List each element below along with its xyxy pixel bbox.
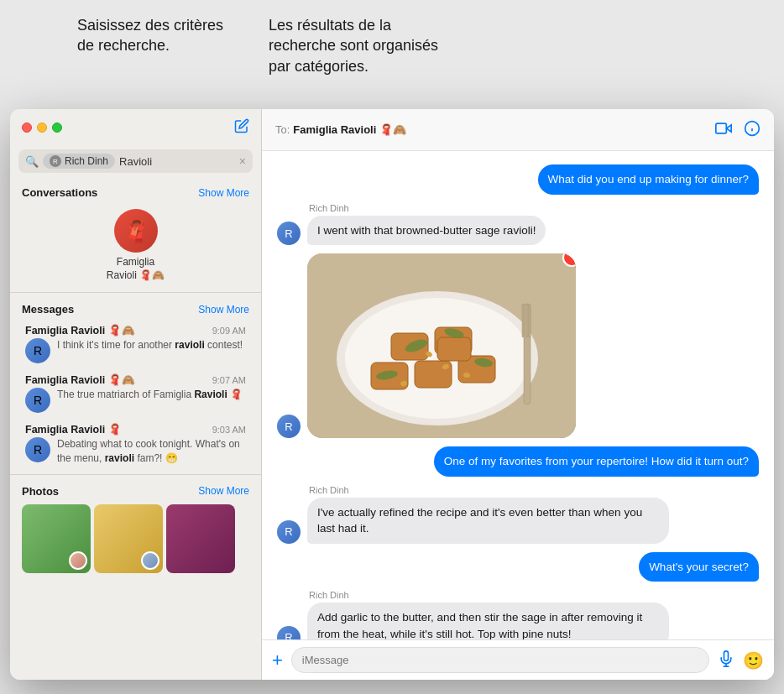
chat-recipient: Famiglia Ravioli 🧣🙈 [293, 123, 715, 136]
traffic-lights [22, 123, 62, 133]
bubble-content-5: What's your secret? [639, 552, 759, 582]
titlebar [10, 109, 261, 146]
chat-header-icons [715, 120, 760, 140]
message-item-1[interactable]: Famiglia Ravioli 🧣🙈 9:09 AM R I think it… [13, 319, 258, 368]
conversations-show-more[interactable]: Show More [198, 187, 249, 199]
ravioli-image [307, 253, 576, 438]
svg-rect-1 [716, 123, 727, 133]
incoming-bubble-2: R Rich Dinh I've actually refined the re… [277, 485, 759, 544]
message-avatar-3: R [25, 437, 50, 462]
message-item-1-header: Famiglia Ravioli 🧣🙈 9:09 AM [25, 324, 246, 337]
svg-rect-24 [526, 304, 528, 337]
annotation-left: Saisissez des critères de recherche. [77, 15, 233, 56]
bubble-content-4: Rich Dinh I've actually refined the reci… [307, 485, 669, 544]
outgoing-bubble-3: What's your secret? [277, 552, 759, 582]
section-divider-1 [10, 292, 261, 293]
messages-title: Messages [22, 303, 74, 316]
incoming-avatar-1: R [277, 222, 301, 245]
svg-rect-23 [522, 304, 524, 337]
messages-show-more[interactable]: Show More [198, 304, 249, 316]
audio-input-icon[interactable] [718, 650, 734, 671]
photo-face-badge-1 [69, 551, 87, 570]
app-window: 🔍 R Rich Dinh Ravioli × Conversations Sh… [10, 109, 774, 680]
outgoing-bubble-text-3: What's your secret? [639, 552, 759, 582]
message-preview-3: Debating what to cook tonight. What's on… [57, 437, 246, 466]
section-divider-2 [10, 474, 261, 475]
message-group-name-3: Famiglia Ravioli 🧣 [25, 423, 122, 436]
input-plus-button[interactable]: + [272, 651, 283, 670]
message-group-name-2: Famiglia Ravioli 🧣🙈 [25, 373, 135, 386]
svg-point-7 [345, 298, 530, 419]
conversations-title: Conversations [22, 186, 97, 199]
message-input[interactable] [291, 647, 709, 673]
outgoing-bubble-text-1: What did you end up making for dinner? [538, 164, 759, 195]
bubble-content-3: One of my favorites from your repertoire… [434, 446, 759, 477]
info-icon[interactable] [744, 120, 760, 140]
incoming-bubble-3: R Rich Dinh Add garlic to the butter, an… [277, 590, 759, 639]
photos-section-header: Photos Show More [10, 478, 261, 501]
sender-name-1: Rich Dinh [307, 203, 546, 213]
chat-input-bar: + 🙂 [262, 639, 774, 680]
message-avatar-1: R [25, 338, 50, 363]
contact-avatar: R [50, 155, 61, 167]
photos-show-more[interactable]: Show More [198, 485, 249, 497]
bubble-content-1: What did you end up making for dinner? [538, 164, 759, 195]
message-row-1: R I think it's time for another ravioli … [25, 338, 246, 363]
sender-name-2: Rich Dinh [307, 485, 669, 495]
incoming-bubble-text-3: Add garlic to the butter, and then stir … [307, 603, 669, 639]
message-item-3-header: Famiglia Ravioli 🧣 9:03 AM [25, 423, 246, 436]
message-item-3[interactable]: Famiglia Ravioli 🧣 9:03 AM R Debating wh… [13, 418, 258, 471]
outgoing-bubble-text-2: One of my favorites from your repertoire… [434, 446, 759, 477]
photo-thumb-3[interactable] [166, 504, 235, 573]
chat-panel: To: Famiglia Ravioli 🧣🙈 [262, 109, 774, 680]
conversation-item-famiglia[interactable]: 🧣 FamigliaRavioli 🧣🙈 [10, 202, 261, 289]
conversation-name: FamigliaRavioli 🧣🙈 [107, 256, 165, 282]
search-bar[interactable]: 🔍 R Rich Dinh Ravioli × [18, 149, 253, 173]
message-item-2[interactable]: Famiglia Ravioli 🧣🙈 9:07 AM R The true m… [13, 368, 258, 418]
photos-grid [10, 501, 261, 580]
photos-title: Photos [22, 485, 59, 498]
video-call-icon[interactable] [715, 120, 732, 140]
svg-rect-13 [437, 337, 471, 361]
message-time-3: 9:03 AM [212, 425, 246, 435]
incoming-bubble-text-2: I've actually refined the recipe and it'… [307, 498, 669, 544]
incoming-bubble-1: R Rich Dinh I went with that browned-but… [277, 203, 759, 246]
incoming-avatar-image: R [277, 415, 301, 438]
chat-header: To: Famiglia Ravioli 🧣🙈 [262, 109, 774, 151]
message-item-2-header: Famiglia Ravioli 🧣🙈 9:07 AM [25, 373, 246, 386]
message-group-name-1: Famiglia Ravioli 🧣🙈 [25, 324, 135, 337]
incoming-avatar-2: R [277, 520, 301, 544]
maximize-button[interactable] [52, 123, 62, 133]
outgoing-bubble-1: What did you end up making for dinner? [277, 164, 759, 195]
minimize-button[interactable] [37, 123, 47, 133]
image-bubble-content: ❤️ [307, 253, 576, 438]
photo-thumb-1[interactable] [22, 504, 91, 573]
sender-name-3: Rich Dinh [307, 590, 669, 600]
message-avatar-2: R [25, 388, 50, 413]
contact-name: Rich Dinh [65, 155, 108, 167]
sidebar-content: Conversations Show More 🧣 FamigliaRaviol… [10, 180, 261, 680]
message-preview-2: The true matriarch of Famiglia Ravioli 🧣 [57, 388, 243, 402]
photo-thumb-2[interactable] [94, 504, 163, 573]
photo-face-badge-2 [141, 551, 159, 570]
chat-messages: What did you end up making for dinner? R… [262, 151, 774, 639]
conversations-section-header: Conversations Show More [10, 180, 261, 202]
bubble-content-2: Rich Dinh I went with that browned-butte… [307, 203, 546, 246]
sidebar: 🔍 R Rich Dinh Ravioli × Conversations Sh… [10, 109, 262, 680]
outgoing-bubble-2: One of my favorites from your repertoire… [277, 446, 759, 477]
compose-button[interactable] [234, 118, 249, 137]
message-preview-1: I think it's time for another ravioli co… [57, 338, 243, 352]
messages-section-header: Messages Show More [10, 296, 261, 319]
search-clear-button[interactable]: × [239, 154, 246, 168]
chat-to-label: To: [275, 123, 290, 136]
incoming-avatar-3: R [277, 626, 301, 640]
ravioli-image-bubble[interactable]: ❤️ [307, 253, 576, 438]
message-row-3: R Debating what to cook tonight. What's … [25, 437, 246, 466]
annotation-right: Les résultats de la recherche sont organ… [269, 15, 462, 76]
message-row-2: R The true matriarch of Famiglia Ravioli… [25, 388, 246, 413]
close-button[interactable] [22, 123, 32, 133]
emoji-button[interactable]: 🙂 [743, 650, 764, 671]
message-time-1: 9:09 AM [212, 326, 246, 336]
search-icon: 🔍 [25, 155, 39, 168]
bubble-content-6: Rich Dinh Add garlic to the butter, and … [307, 590, 669, 639]
